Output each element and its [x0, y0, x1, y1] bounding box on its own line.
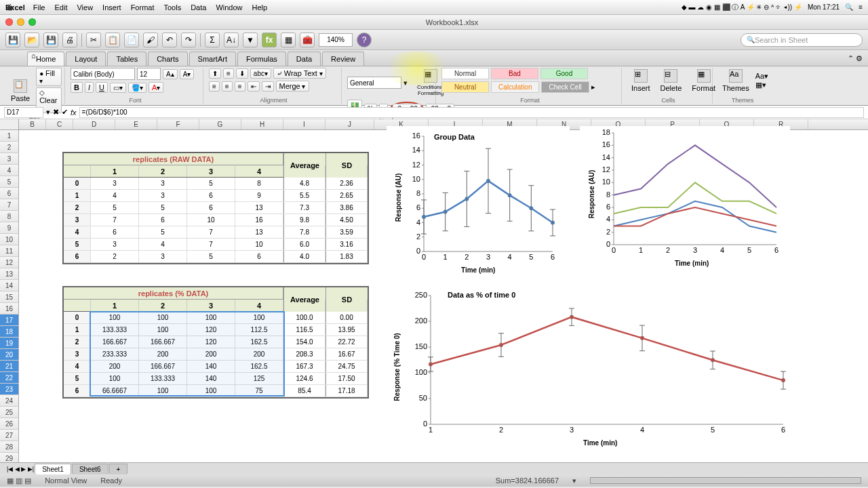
col-header[interactable]: F: [157, 119, 199, 129]
view-buttons[interactable]: ▦ ▥ ▤: [7, 476, 31, 485]
border-button[interactable]: ▭▾: [110, 83, 126, 93]
row-header[interactable]: 12: [0, 257, 19, 268]
col-header[interactable]: J: [326, 119, 374, 129]
table-row[interactable]: 3233.333200200200208.316.67: [64, 348, 368, 361]
open-icon[interactable]: 📂: [24, 33, 39, 47]
menu-view[interactable]: View: [77, 3, 93, 12]
menu-data[interactable]: Data: [191, 3, 206, 12]
cell-reference[interactable]: [4, 107, 43, 118]
zoom-button[interactable]: [28, 18, 36, 26]
align-center-icon[interactable]: ≡: [222, 81, 233, 92]
menu-help[interactable]: Help: [252, 3, 268, 12]
sort-icon[interactable]: A↓: [224, 33, 239, 47]
row-header[interactable]: 18: [0, 326, 19, 338]
chart-series[interactable]: Response (AU) Time (min) 024681012141618…: [580, 126, 790, 268]
row-header[interactable]: 9: [0, 222, 19, 234]
redo-icon[interactable]: ↷: [181, 33, 196, 47]
table-row[interactable]: 623564.01.83: [64, 251, 368, 263]
theme-color-icon[interactable]: Aa▾: [755, 72, 768, 81]
align-bot-icon[interactable]: ⬇: [236, 68, 248, 79]
minimize-button[interactable]: [17, 18, 24, 26]
row-header[interactable]: 29: [0, 453, 19, 462]
fillcolor-button[interactable]: 🪣▾: [128, 83, 146, 93]
row-header[interactable]: 27: [0, 430, 19, 441]
table-row[interactable]: 5347106.03.16: [64, 239, 368, 251]
sum-icon[interactable]: Σ: [205, 33, 220, 47]
row-header[interactable]: 21: [0, 361, 19, 372]
tab-data[interactable]: Data: [288, 52, 321, 66]
toolbox-icon[interactable]: 🧰: [300, 33, 315, 47]
align-left-icon[interactable]: ≡: [209, 81, 220, 92]
brush-icon[interactable]: 🖌: [143, 33, 158, 47]
col-header[interactable]: D: [73, 119, 115, 129]
menu-tools[interactable]: Tools: [163, 3, 181, 12]
insert-button[interactable]: ⊞Insert: [627, 68, 654, 94]
paste-icon[interactable]: 📄: [124, 33, 139, 47]
row-header[interactable]: 6: [0, 188, 19, 199]
menu-insert[interactable]: Insert: [102, 3, 121, 12]
table-row[interactable]: 5100133.333140125124.617.50: [64, 373, 368, 385]
tab-smartart[interactable]: SmartArt: [189, 52, 236, 66]
table-row[interactable]: 4200166.667140162.5167.324.75: [64, 361, 368, 373]
menu-format[interactable]: Format: [131, 3, 155, 12]
confirm-icon[interactable]: ✔: [62, 108, 68, 117]
table-row[interactable]: 0100100100100100.00.00: [64, 312, 368, 324]
underline-button[interactable]: U: [96, 82, 108, 93]
row-header[interactable]: 3: [0, 153, 19, 165]
tab-tables[interactable]: Tables: [107, 52, 146, 66]
add-sheet-button[interactable]: +: [109, 464, 128, 474]
size-select[interactable]: [137, 68, 161, 80]
table-row[interactable]: 2556137.33.86: [64, 202, 368, 214]
ribbon-collapse-icon[interactable]: ⌃ ⚙: [842, 52, 868, 66]
align-top-icon[interactable]: ⬆: [209, 68, 221, 79]
orient-icon[interactable]: abc▾: [250, 68, 271, 79]
row-header[interactable]: 20: [0, 349, 19, 361]
paste-button[interactable]: 📋Paste: [7, 78, 34, 104]
row-header[interactable]: 2: [0, 142, 19, 153]
style-bad[interactable]: Bad: [491, 68, 538, 79]
chart-group[interactable]: Group Data Response (AU) Time (min) 0246…: [387, 126, 570, 275]
table-row[interactable]: 143695.52.65: [64, 190, 368, 202]
col-header[interactable]: B: [19, 119, 46, 129]
table-row[interactable]: 033584.82.36: [64, 178, 368, 190]
copy-icon[interactable]: 📋: [105, 33, 120, 47]
formula-input[interactable]: [79, 107, 864, 118]
menu-window[interactable]: Window: [216, 3, 242, 12]
cut-icon[interactable]: ✂: [86, 33, 101, 47]
search-input[interactable]: 🔍 Search in Sheet: [741, 33, 863, 47]
spotlight-icon[interactable]: 🔍: [845, 3, 853, 11]
grow-font-icon[interactable]: A▴: [163, 69, 178, 79]
row-header[interactable]: 16: [0, 303, 19, 314]
row-header[interactable]: 10: [0, 234, 19, 245]
col-header[interactable]: I: [283, 119, 326, 129]
theme-font-icon[interactable]: ▦▾: [755, 81, 768, 89]
style-good[interactable]: Good: [540, 68, 588, 79]
themes-button[interactable]: AaThemes: [718, 68, 753, 94]
row-header[interactable]: 28: [0, 441, 19, 453]
row-header[interactable]: 14: [0, 280, 19, 291]
row-header[interactable]: 24: [0, 395, 19, 407]
fx-label[interactable]: fx: [71, 108, 77, 117]
style-normal[interactable]: Normal: [441, 68, 489, 79]
tab-nav-icons[interactable]: |◀ ◀ ▶ ▶|: [7, 466, 34, 472]
row-header[interactable]: 25: [0, 407, 19, 418]
save2-icon[interactable]: 💾: [43, 33, 58, 47]
col-header[interactable]: G: [199, 119, 241, 129]
shrink-font-icon[interactable]: A▾: [180, 69, 195, 79]
menu-edit[interactable]: Edit: [54, 3, 67, 12]
row-header[interactable]: 15: [0, 291, 19, 303]
help-icon[interactable]: ?: [357, 33, 372, 47]
style-neutral[interactable]: Neutral: [441, 81, 489, 93]
row-header[interactable]: 5: [0, 176, 19, 188]
row-header[interactable]: 1: [0, 130, 19, 142]
row-header[interactable]: 19: [0, 338, 19, 349]
chart-percent[interactable]: Data as % of time 0 Response (% Time 0) …: [387, 285, 800, 448]
row-header[interactable]: 17: [0, 314, 19, 326]
table-row[interactable]: 1133.333100120112.5116.513.95: [64, 324, 368, 336]
hscroll[interactable]: [590, 477, 861, 484]
row-header[interactable]: 13: [0, 268, 19, 280]
col-header[interactable]: E: [115, 119, 157, 129]
row-header[interactable]: 23: [0, 384, 19, 395]
col-header[interactable]: H: [241, 119, 283, 129]
print-icon[interactable]: 🖨: [62, 33, 77, 47]
